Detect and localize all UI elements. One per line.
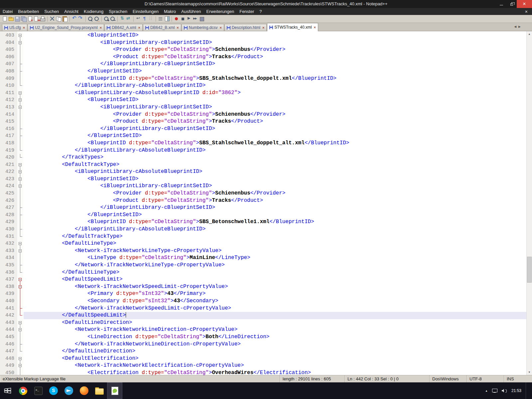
- code-line[interactable]: </DefaultLineDirection>: [24, 348, 526, 355]
- taskbar-app-file-explorer[interactable]: [92, 382, 107, 399]
- code-line[interactable]: </Network-iTrackNetworkLineType-cPropert…: [24, 262, 526, 269]
- new-file-icon[interactable]: [2, 16, 8, 22]
- function-list-icon[interactable]: [158, 16, 164, 22]
- tab-u5-cfg[interactable]: U5.cfg: [2, 24, 27, 31]
- tab-db642-a-xml[interactable]: DB642_A.xml: [104, 24, 143, 31]
- tab-scroll-right-icon[interactable]: [518, 25, 521, 28]
- fold-toggle-icon[interactable]: [17, 104, 23, 111]
- run-macro-multiple-icon[interactable]: [193, 16, 199, 22]
- code-line[interactable]: <BlueprintSetID>: [24, 32, 526, 39]
- fold-toggle-icon[interactable]: [17, 326, 23, 333]
- code-line[interactable]: <Provider d:type="cDeltaString">Schienen…: [24, 46, 526, 54]
- code-line[interactable]: <BlueprintID d:type="cDeltaString">SBS_S…: [24, 140, 526, 147]
- code-line[interactable]: <Product d:type="cDeltaString">Tracks</P…: [24, 54, 526, 61]
- fold-toggle-icon[interactable]: [17, 168, 23, 176]
- sync-scroll-v-icon[interactable]: [119, 16, 125, 22]
- stop-macro-icon[interactable]: [180, 16, 186, 22]
- volume-icon[interactable]: [502, 389, 507, 393]
- code-line[interactable]: <iBlueprintLibrary-cAbsoluteBlueprintID>: [24, 168, 526, 176]
- code-line[interactable]: <iBlueprintLibrary-cAbsoluteBlueprintID …: [24, 89, 526, 97]
- menu-item-fenster[interactable]: Fenster: [237, 9, 257, 14]
- menu-item-kodierung[interactable]: Kodierung: [81, 9, 106, 14]
- code-line[interactable]: </TrackTypes>: [24, 154, 526, 161]
- code-line[interactable]: </iBlueprintLibrary-cBlueprintSetID>: [24, 125, 526, 133]
- replace-icon[interactable]: [94, 16, 100, 22]
- code-line[interactable]: </iBlueprintLibrary-cBlueprintSetID>: [24, 204, 526, 211]
- menubar-close-icon[interactable]: [521, 9, 532, 14]
- code-line[interactable]: <BlueprintID d:type="cDeltaString">SBS_B…: [24, 218, 526, 226]
- code-line[interactable]: </DefaultTrackType>: [24, 233, 526, 240]
- status-encoding[interactable]: UTF-8: [467, 375, 504, 382]
- menu-item-item[interactable]: ?: [257, 9, 264, 14]
- tab-numbering-dcsv[interactable]: Numbering.dcsv: [182, 24, 224, 31]
- code-line[interactable]: <Provider d:type="cDeltaString">Schienen…: [24, 111, 526, 118]
- undo-icon[interactable]: [71, 16, 77, 22]
- menu-item-datei[interactable]: Datei: [0, 9, 15, 14]
- code-line[interactable]: </Network-iTrackNetworkSpeedLimit-cPrope…: [24, 305, 526, 312]
- menu-item-einstellungen[interactable]: Einstellungen: [130, 9, 161, 14]
- menu-item-ausf-hren[interactable]: Ausführen: [179, 9, 203, 14]
- taskbar-app-notepad-plus-plus[interactable]: [107, 382, 122, 399]
- code-line[interactable]: </iBlueprintLibrary-cAbsoluteBlueprintID…: [24, 147, 526, 154]
- code-line[interactable]: </BlueprintSetID>: [24, 211, 526, 219]
- document-map-icon[interactable]: [164, 16, 170, 22]
- start-button[interactable]: [0, 382, 15, 399]
- fold-toggle-icon[interactable]: [17, 161, 23, 169]
- code-line[interactable]: <Network-iTrackNetworkLineDirection-cPro…: [24, 326, 526, 333]
- save-icon[interactable]: [14, 16, 20, 22]
- tab-close-icon[interactable]: [314, 26, 316, 29]
- sync-scroll-h-icon[interactable]: [126, 16, 132, 22]
- play-macro-icon[interactable]: [186, 16, 192, 22]
- tab-close-icon[interactable]: [138, 26, 140, 30]
- code-line[interactable]: <DefaultLineDirection>: [24, 319, 526, 327]
- code-line[interactable]: <Product d:type="cDeltaString">Tracks</P…: [24, 118, 526, 125]
- fold-toggle-icon[interactable]: [17, 89, 23, 97]
- menu-item-bearbeiten[interactable]: Bearbeiten: [15, 9, 42, 14]
- code-line[interactable]: <iBlueprintLibrary-cBlueprintSetID>: [24, 183, 526, 190]
- code-line[interactable]: </iBlueprintLibrary-cBlueprintSetID>: [24, 61, 526, 68]
- code-line[interactable]: </DefaultSpeedLimit>: [24, 312, 526, 319]
- tab-close-icon[interactable]: [262, 26, 264, 30]
- code-line[interactable]: <Network-iTrackNetworkSpeedLimit-cProper…: [24, 283, 526, 291]
- code-line[interactable]: </iBlueprintLibrary-cAbsoluteBlueprintID…: [24, 226, 526, 233]
- fold-toggle-icon[interactable]: [17, 319, 23, 327]
- vertical-scrollbar[interactable]: [526, 31, 532, 375]
- code-line[interactable]: <Provider d:type="cDeltaString">Schienen…: [24, 190, 526, 197]
- tab-u2-engine-sound-proxy-proxyxml[interactable]: U2_Engine_Sound_Proxy.proxyxml: [28, 24, 104, 31]
- tab-description-html[interactable]: Description.html: [224, 24, 267, 31]
- fold-toggle-icon[interactable]: [17, 276, 23, 283]
- taskbar-clock[interactable]: 21:53: [511, 388, 521, 393]
- scroll-down-icon[interactable]: [527, 369, 532, 375]
- menu-item-suchen[interactable]: Suchen: [42, 9, 62, 14]
- code-line[interactable]: <DefaultLineType>: [24, 240, 526, 247]
- tab-close-icon[interactable]: [219, 26, 221, 30]
- scrollbar-thumb[interactable]: [527, 257, 532, 283]
- paste-icon[interactable]: [62, 16, 68, 22]
- redo-icon[interactable]: [78, 16, 84, 22]
- show-all-chars-icon[interactable]: [142, 16, 148, 22]
- status-insert-mode[interactable]: INS: [504, 375, 532, 382]
- code-line[interactable]: <Electrification d:type="cDeltaString">O…: [24, 369, 526, 375]
- fold-toggle-icon[interactable]: [17, 355, 23, 362]
- tab-scroll-left-icon[interactable]: [514, 25, 516, 28]
- taskbar-app-console-app[interactable]: [31, 382, 46, 399]
- fold-toggle-icon[interactable]: [17, 39, 23, 47]
- close-button[interactable]: [517, 0, 532, 8]
- code-line[interactable]: <LineType d:type="cDeltaString">MainLine…: [24, 254, 526, 262]
- open-folder-icon[interactable]: [8, 16, 14, 22]
- close-file-icon[interactable]: [27, 16, 33, 22]
- code-line[interactable]: <DefaultTrackType>: [24, 161, 526, 169]
- zoom-out-icon[interactable]: [110, 16, 116, 22]
- show-desktop-button[interactable]: [526, 382, 528, 399]
- taskbar-app-chrome[interactable]: [15, 382, 31, 399]
- fold-toggle-icon[interactable]: [17, 240, 23, 247]
- tab-close-icon[interactable]: [100, 26, 102, 30]
- code-line[interactable]: </iBlueprintLibrary-cAbsoluteBlueprintID…: [24, 82, 526, 89]
- restore-button[interactable]: [506, 0, 517, 8]
- status-eol-format[interactable]: Dos\Windows: [430, 375, 467, 382]
- cut-icon[interactable]: [49, 16, 55, 22]
- code-line[interactable]: <DefaultElectrification>: [24, 355, 526, 362]
- code-line[interactable]: <Product d:type="cDeltaString">Tracks</P…: [24, 197, 526, 204]
- fold-toggle-icon[interactable]: [17, 32, 23, 39]
- tab-stwstracks-40-xml[interactable]: STWSTracks_40.xml: [267, 23, 318, 31]
